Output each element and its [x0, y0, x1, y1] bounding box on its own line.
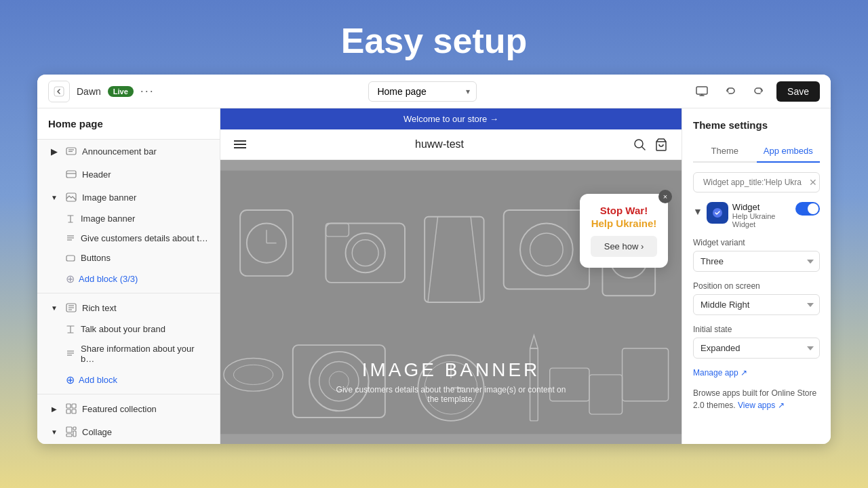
- widget-close-button[interactable]: ×: [658, 190, 672, 203]
- preview-announcement-bar: Welcome to our store →: [220, 108, 682, 129]
- manage-app-link[interactable]: Manage app ↗: [693, 368, 820, 378]
- sidebar-sub-give-customers[interactable]: Give customers details about t…: [37, 228, 220, 248]
- sidebar-item-featured-collection[interactable]: ▶ Featured collection: [37, 397, 220, 420]
- preview-area: Welcome to our store → huww-test: [220, 108, 682, 444]
- sidebar-sub-image-banner[interactable]: Image banner: [37, 209, 220, 228]
- chevron-down-icon-3: ▼: [48, 426, 60, 438]
- sidebar-item-collage[interactable]: ▼ Collage: [37, 420, 220, 443]
- back-icon: [54, 86, 64, 97]
- svg-rect-25: [73, 431, 76, 436]
- widget-name: Widget: [732, 202, 791, 212]
- add-block-image-banner-label: Add block (3/3): [79, 274, 138, 284]
- sidebar-item-header[interactable]: Header: [37, 163, 220, 186]
- right-panel-tabs: Theme App embeds: [693, 140, 820, 163]
- add-blue-icon: ⊕: [66, 373, 75, 386]
- text-icon-2: [66, 325, 75, 334]
- collage-label: Collage: [82, 427, 209, 437]
- sub-image-banner-label: Image banner: [81, 214, 135, 224]
- sidebar-item-image-banner[interactable]: ▼ Image banner: [37, 186, 220, 209]
- widget-popup: × Stop War! Help Ukraine! See how ›: [580, 194, 668, 268]
- sidebar-item-rich-text[interactable]: ▼ Rich text: [37, 296, 220, 319]
- field-position-on-screen: Position on screen Middle Right Top Left…: [693, 281, 820, 315]
- view-apps-link[interactable]: View apps ↗: [738, 401, 784, 410]
- featured-collection-label: Featured collection: [82, 404, 209, 414]
- widget-see-how-button[interactable]: See how ›: [591, 236, 657, 257]
- widget-toggle[interactable]: [795, 202, 820, 216]
- back-button[interactable]: [48, 81, 70, 102]
- redo-button[interactable]: [748, 81, 770, 102]
- more-options-button[interactable]: ···: [140, 84, 155, 98]
- widget-info: Widget Help Ukraine Widget: [732, 202, 791, 228]
- preview-image-title: Image banner Give customers details abou…: [336, 359, 566, 404]
- redo-icon: [753, 86, 764, 97]
- text-icon: [66, 214, 75, 224]
- svg-rect-22: [72, 409, 76, 413]
- desktop-icon: [696, 86, 708, 97]
- svg-point-30: [635, 140, 643, 148]
- divider-1: [37, 293, 220, 293]
- position-on-screen-select[interactable]: Middle Right Top Left Top Right Middle L…: [693, 294, 820, 315]
- widget-expand-button[interactable]: ▼: [693, 202, 703, 217]
- widget-app-icon: [707, 202, 728, 224]
- save-button[interactable]: Save: [776, 81, 820, 102]
- sub-talk-brand-label: Talk about your brand: [81, 324, 165, 334]
- sidebar-item-announcement-bar[interactable]: ▶ Announcement bar: [37, 140, 220, 163]
- add-block-rich-text-label: Add block: [79, 375, 117, 385]
- widget-row: ▼ Widget Help Ukraine Widget: [693, 202, 820, 228]
- initial-state-select[interactable]: Expanded Collapsed: [693, 338, 820, 359]
- svg-rect-19: [66, 404, 71, 408]
- cart-icon: [654, 138, 668, 151]
- widget-stop-war-text: Stop War!: [591, 205, 657, 216]
- divider-2: [37, 394, 220, 394]
- manage-app-label: Manage app ↗: [693, 368, 747, 378]
- live-badge: Live: [108, 86, 134, 97]
- sidebar-sub-talk-brand[interactable]: Talk about your brand: [37, 319, 220, 339]
- sidebar-sub-buttons[interactable]: Buttons: [37, 248, 220, 268]
- sub-buttons-label: Buttons: [81, 253, 111, 263]
- desktop-view-button[interactable]: [691, 81, 713, 102]
- field-widget-variant: Widget variant Three One Two Four: [693, 238, 820, 272]
- main-container: Dawn Live ··· Home page About Contact Pr…: [37, 75, 831, 444]
- svg-rect-5: [66, 171, 76, 178]
- position-on-screen-label: Position on screen: [693, 281, 820, 291]
- widget-variant-select[interactable]: Three One Two Four: [693, 251, 820, 272]
- sidebar-sub-share-info[interactable]: Share information about your b…: [37, 339, 220, 369]
- search-input[interactable]: [703, 178, 805, 187]
- chevron-right-icon: ▶: [48, 145, 60, 157]
- list-icon-2: [66, 349, 75, 359]
- header-label: Header: [82, 169, 209, 180]
- image-banner-section-label: Image banner: [82, 192, 209, 203]
- sidebar-sub-collection-1[interactable]: Collection: [37, 443, 220, 444]
- nav-icons: [633, 138, 668, 151]
- featured-collection-icon: [66, 403, 77, 414]
- left-sidebar: Home page ▶ Announcement bar Head: [37, 108, 220, 444]
- image-banner-icon: [66, 192, 77, 203]
- hamburger-icon: [234, 138, 246, 150]
- add-block-rich-text[interactable]: ⊕ Add block: [37, 369, 220, 391]
- svg-rect-20: [72, 404, 76, 408]
- widget-help-ukraine-text: Help Ukraine!: [591, 218, 657, 229]
- list-icon: [66, 234, 75, 243]
- undo-icon: [725, 86, 736, 97]
- search-icon: [633, 138, 646, 151]
- undo-button[interactable]: [719, 81, 741, 102]
- add-icon: ⊕: [66, 272, 75, 285]
- add-block-image-banner[interactable]: ⊕ Add block (3/3): [37, 268, 220, 290]
- svg-rect-24: [73, 427, 76, 430]
- svg-rect-0: [54, 87, 64, 96]
- rich-text-label: Rich text: [82, 303, 209, 313]
- tab-app-embeds[interactable]: App embeds: [757, 140, 821, 163]
- sub-give-customers-label: Give customers details about t…: [81, 233, 208, 243]
- sidebar-header: Home page: [37, 108, 220, 140]
- svg-rect-11: [66, 256, 75, 261]
- announcement-bar-label: Announcement bar: [82, 146, 209, 157]
- widget-sub: Help Ukraine Widget: [732, 212, 791, 228]
- page-select[interactable]: Home page About Contact Products: [368, 81, 477, 102]
- field-initial-state: Initial state Expanded Collapsed: [693, 325, 820, 359]
- body-area: Home page ▶ Announcement bar Head: [37, 108, 831, 444]
- tab-theme[interactable]: Theme: [693, 140, 757, 163]
- search-box: ✕: [693, 172, 820, 192]
- chevron-down-icon-2: ▼: [48, 302, 60, 314]
- initial-state-label: Initial state: [693, 325, 820, 334]
- search-clear-button[interactable]: ✕: [809, 177, 817, 188]
